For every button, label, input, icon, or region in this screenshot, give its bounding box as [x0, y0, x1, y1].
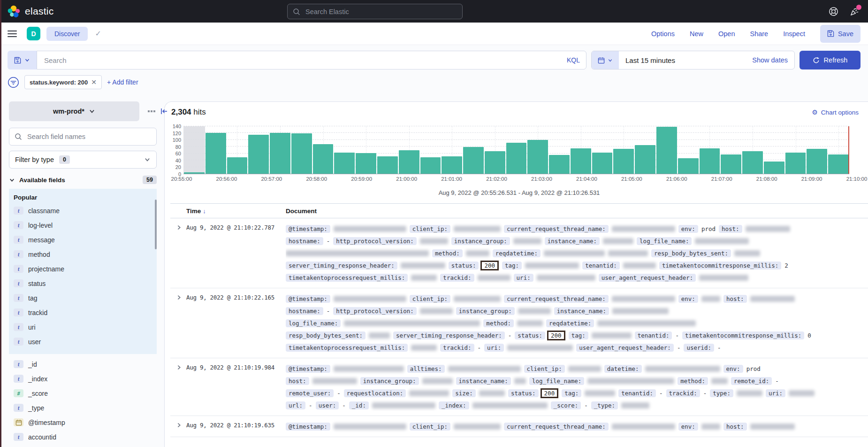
expand-row-button[interactable]: [170, 223, 186, 284]
histogram-bar[interactable]: [613, 149, 634, 174]
histogram-bar[interactable]: [828, 154, 849, 174]
breadcrumb-discover[interactable]: Discover: [46, 27, 88, 41]
field-item-uri[interactable]: turi: [14, 323, 157, 331]
field-item-method[interactable]: tmethod: [14, 250, 157, 258]
time-range-value[interactable]: Last 15 minutes: [625, 56, 675, 64]
histogram-bar[interactable]: [227, 157, 248, 174]
histogram-bar[interactable]: [678, 158, 699, 174]
field-value: -: [327, 308, 330, 315]
index-pattern-selector[interactable]: wm-prod*: [9, 101, 139, 121]
refresh-button[interactable]: Refresh: [799, 51, 860, 69]
field-item--timestamp[interactable]: @timestamp: [14, 418, 157, 426]
help-icon[interactable]: [829, 7, 838, 16]
histogram-bar[interactable]: [206, 133, 226, 174]
histogram-bar[interactable]: [356, 153, 376, 174]
space-avatar[interactable]: D: [27, 27, 40, 40]
filter-by-type-count-badge: 0: [59, 155, 70, 164]
histogram-bar[interactable]: [721, 154, 741, 174]
field-item-trackid[interactable]: ttrackid: [14, 308, 157, 316]
histogram-bar[interactable]: [527, 140, 548, 174]
field-name: projectname: [28, 265, 64, 273]
expand-row-button[interactable]: [170, 362, 186, 411]
histogram-bar[interactable]: [785, 153, 806, 174]
global-search-input[interactable]: [305, 8, 457, 16]
document-line: @timestamp:client_ip:current_request_thr…: [286, 223, 860, 235]
field-item-log-level[interactable]: tlog-level: [14, 221, 157, 229]
filter-menu-icon[interactable]: [8, 77, 19, 88]
field-item--id[interactable]: t_id: [14, 360, 157, 368]
elastic-brand[interactable]: elastic: [8, 5, 54, 18]
sidebar-scrollbar[interactable]: [155, 200, 157, 249]
histogram-bar[interactable]: [334, 153, 355, 174]
filter-by-type-select[interactable]: Filter by type 0: [9, 151, 157, 169]
doc-field-label: env:: [723, 365, 743, 373]
save-label: Save: [838, 30, 853, 38]
histogram-bar[interactable]: [313, 144, 334, 174]
available-fields-header[interactable]: Available fields 59: [9, 176, 157, 184]
histogram-bar[interactable]: [571, 148, 591, 174]
field-item-tag[interactable]: ttag: [14, 294, 157, 302]
add-filter-button[interactable]: + Add filter: [107, 78, 138, 86]
newsfeed-icon[interactable]: [850, 7, 860, 16]
kql-query-input[interactable]: [43, 56, 562, 65]
popular-section-label: Popular: [14, 194, 157, 201]
menu-icon[interactable]: [8, 31, 17, 37]
field-item--score[interactable]: #_score: [14, 389, 157, 397]
histogram-bar[interactable]: [270, 133, 290, 174]
field-search-box[interactable]: [9, 128, 157, 146]
histogram-bar[interactable]: [506, 143, 527, 174]
histogram-bar[interactable]: [399, 150, 419, 174]
nav-link-new[interactable]: New: [690, 30, 703, 38]
histogram-bar[interactable]: [291, 133, 312, 174]
histogram-bar[interactable]: [700, 148, 720, 174]
redacted-value: [372, 402, 435, 408]
histogram-bar[interactable]: [442, 156, 462, 174]
query-language-badge[interactable]: KQL: [567, 56, 580, 64]
histogram-bar[interactable]: [248, 135, 269, 174]
redacted-value: [478, 275, 510, 281]
save-button[interactable]: Save: [820, 25, 860, 43]
doc-field-label: server_timing_response_header:: [286, 262, 397, 270]
field-type-text-icon: t: [14, 404, 23, 412]
histogram-bar[interactable]: [807, 149, 827, 174]
field-item-accountid[interactable]: taccountid: [14, 433, 157, 441]
histogram-bar[interactable]: [635, 145, 655, 174]
redacted-value: [479, 390, 505, 396]
nav-link-inspect[interactable]: Inspect: [783, 30, 805, 38]
field-item--index[interactable]: t_index: [14, 375, 157, 383]
field-item-status[interactable]: tstatus: [14, 279, 157, 287]
field-item-projectname[interactable]: tprojectname: [14, 265, 157, 273]
histogram-bar[interactable]: [184, 172, 205, 174]
collapse-sidebar-icon[interactable]: [160, 108, 168, 115]
field-search-input[interactable]: [26, 132, 151, 141]
field-item-message[interactable]: tmessage: [14, 236, 157, 244]
nav-link-open[interactable]: Open: [718, 30, 735, 38]
histogram-bar[interactable]: [764, 162, 784, 174]
histogram-bar[interactable]: [377, 156, 398, 174]
filter-pill-status-keyword-200[interactable]: status.keyword: 200 ✕: [24, 75, 102, 89]
doc-field-label: @timestamp:: [286, 295, 330, 303]
histogram-bar[interactable]: [742, 151, 763, 174]
field-item-classname[interactable]: tclassname: [14, 207, 157, 215]
remove-filter-icon[interactable]: ✕: [91, 78, 97, 86]
calendar-menu-button[interactable]: [592, 51, 619, 69]
field-item-user[interactable]: tuser: [14, 338, 157, 346]
expand-row-button[interactable]: [170, 420, 186, 432]
global-search-box[interactable]: [287, 4, 463, 19]
histogram-bar[interactable]: [485, 151, 505, 174]
histogram-bar[interactable]: [592, 153, 613, 174]
document-line: @timestamp:client_ip:current_request_thr…: [286, 420, 860, 432]
nav-link-share[interactable]: Share: [750, 30, 768, 38]
show-dates-link[interactable]: Show dates: [752, 56, 788, 64]
histogram-bar[interactable]: [420, 157, 441, 174]
grid-dots-icon[interactable]: [148, 109, 155, 114]
nav-link-options[interactable]: Options: [651, 30, 675, 38]
column-header-time[interactable]: Time ↓: [186, 208, 286, 215]
chart-options-button[interactable]: ⚙ Chart options: [812, 109, 859, 116]
field-item--type[interactable]: t_type: [14, 404, 157, 412]
histogram-bar[interactable]: [463, 147, 484, 174]
histogram-bar[interactable]: [656, 127, 677, 174]
histogram-bar[interactable]: [549, 155, 570, 174]
saved-query-menu-button[interactable]: [8, 51, 37, 69]
expand-row-button[interactable]: [170, 293, 186, 354]
